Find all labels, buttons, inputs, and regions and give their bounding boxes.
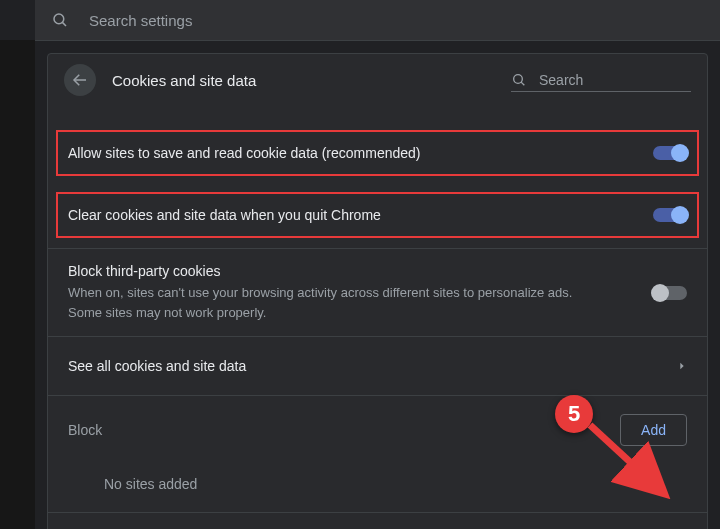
search-icon <box>51 11 69 29</box>
svg-point-0 <box>54 14 64 24</box>
settings-search-placeholder: Search settings <box>89 12 192 29</box>
left-rail <box>0 40 35 529</box>
see-all-cookies-label: See all cookies and site data <box>68 358 677 374</box>
block-third-party-sub: When on, sites can't use your browsing a… <box>68 283 608 322</box>
allow-cookies-toggle[interactable] <box>653 146 687 160</box>
divider <box>35 40 720 41</box>
clear-on-quit-row: Clear cookies and site data when you qui… <box>54 190 701 240</box>
svg-marker-5 <box>680 363 683 370</box>
see-all-cookies-row[interactable]: See all cookies and site data <box>48 336 707 395</box>
block-third-party-row: Block third-party cookies When on, sites… <box>48 248 707 336</box>
search-icon <box>511 72 527 88</box>
allow-cookies-label: Allow sites to save and read cookie data… <box>68 145 653 161</box>
settings-search-bar[interactable]: Search settings <box>35 0 720 40</box>
chevron-right-icon <box>677 361 687 371</box>
allow-cookies-row: Allow sites to save and read cookie data… <box>54 128 701 178</box>
page-title: Cookies and site data <box>112 72 256 89</box>
svg-point-3 <box>514 74 523 83</box>
block-section-title: Block <box>68 422 102 438</box>
card-header: Cookies and site data <box>48 54 707 106</box>
block-third-party-label: Block third-party cookies <box>68 263 653 279</box>
back-button[interactable] <box>64 64 96 96</box>
cookies-search-input[interactable] <box>537 71 691 89</box>
svg-line-4 <box>521 82 524 85</box>
clear-on-quit-label: Clear cookies and site data when you qui… <box>68 207 653 223</box>
block-third-party-toggle[interactable] <box>653 286 687 300</box>
cookies-search[interactable] <box>511 69 691 92</box>
clear-on-exit-section: Clear on exit Add <box>48 512 707 529</box>
svg-line-7 <box>590 425 655 485</box>
annotation-arrow-icon <box>575 410 685 510</box>
clear-on-quit-toggle[interactable] <box>653 208 687 222</box>
content-pane: Cookies and site data Allow sites to sav… <box>35 40 720 529</box>
svg-line-1 <box>62 22 66 26</box>
